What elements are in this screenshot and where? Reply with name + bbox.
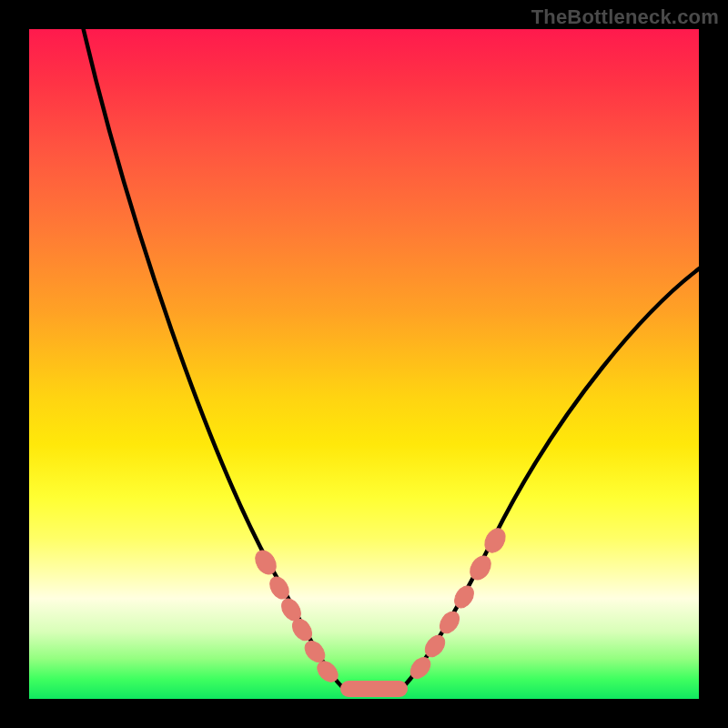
watermark-text: TheBottleneck.com (531, 5, 719, 29)
plot-area (29, 29, 699, 699)
bottleneck-curve (79, 29, 699, 688)
chart-frame: TheBottleneck.com (0, 0, 728, 728)
curve-layer (29, 29, 699, 699)
marker-group-left (251, 547, 341, 686)
marker-group-right (407, 525, 510, 682)
marker-flat-bottom (340, 681, 408, 697)
